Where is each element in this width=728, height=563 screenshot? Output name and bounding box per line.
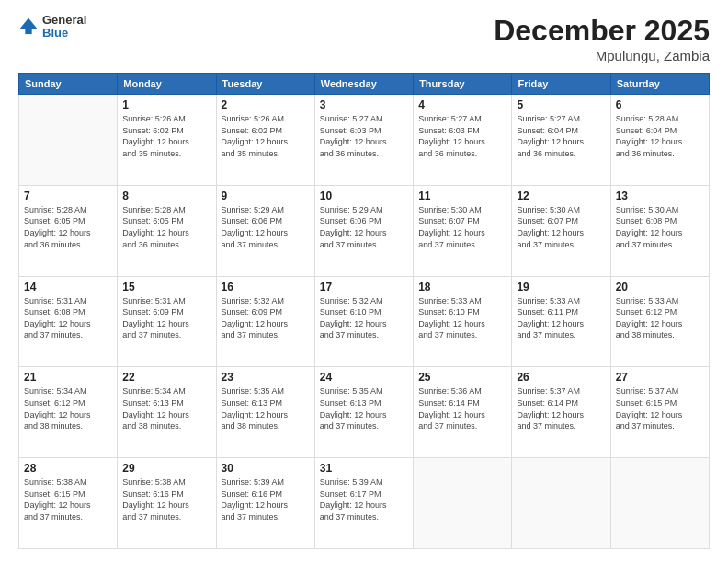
- cell-day-info: Sunrise: 5:32 AM Sunset: 6:09 PM Dayligh…: [222, 295, 310, 341]
- table-row: 27Sunrise: 5:37 AM Sunset: 6:15 PM Dayli…: [610, 367, 709, 458]
- cell-day-number: 16: [222, 281, 310, 293]
- cell-day-number: 22: [122, 371, 210, 384]
- cell-day-info: Sunrise: 5:30 AM Sunset: 6:07 PM Dayligh…: [517, 204, 605, 250]
- cell-day-number: 17: [320, 281, 408, 293]
- svg-rect-1: [25, 29, 31, 34]
- cell-day-number: 12: [517, 190, 605, 202]
- cell-day-info: Sunrise: 5:28 AM Sunset: 6:05 PM Dayligh…: [122, 204, 210, 250]
- title-block: December 2025 Mpulungu, Zambia: [494, 14, 710, 63]
- calendar-week-row: 7Sunrise: 5:28 AM Sunset: 6:05 PM Daylig…: [19, 185, 710, 276]
- logo-general-text: General: [42, 14, 86, 27]
- cell-day-info: Sunrise: 5:28 AM Sunset: 6:05 PM Dayligh…: [24, 204, 112, 250]
- cell-day-info: Sunrise: 5:36 AM Sunset: 6:14 PM Dayligh…: [418, 385, 506, 431]
- table-row: 19Sunrise: 5:33 AM Sunset: 6:11 PM Dayli…: [512, 276, 610, 367]
- table-row: 2Sunrise: 5:26 AM Sunset: 6:02 PM Daylig…: [216, 95, 314, 186]
- table-row: 5Sunrise: 5:27 AM Sunset: 6:04 PM Daylig…: [512, 95, 610, 186]
- table-row: 9Sunrise: 5:29 AM Sunset: 6:06 PM Daylig…: [216, 185, 314, 276]
- cell-day-number: 30: [222, 462, 310, 475]
- cell-day-number: 15: [122, 281, 210, 293]
- cell-day-number: 24: [320, 371, 408, 384]
- table-row: 4Sunrise: 5:27 AM Sunset: 6:03 PM Daylig…: [414, 95, 512, 186]
- table-row: 14Sunrise: 5:31 AM Sunset: 6:08 PM Dayli…: [19, 276, 118, 367]
- cell-day-number: 26: [517, 371, 605, 384]
- table-row: 8Sunrise: 5:28 AM Sunset: 6:05 PM Daylig…: [118, 185, 216, 276]
- table-row: 12Sunrise: 5:30 AM Sunset: 6:07 PM Dayli…: [512, 185, 610, 276]
- header-sunday: Sunday: [19, 74, 118, 95]
- cell-day-number: 19: [517, 281, 605, 293]
- table-row: [414, 458, 512, 549]
- logo-text: General Blue: [42, 14, 86, 40]
- table-row: 16Sunrise: 5:32 AM Sunset: 6:09 PM Dayli…: [216, 276, 314, 367]
- cell-day-number: 31: [320, 462, 408, 475]
- header-thursday: Thursday: [414, 74, 512, 95]
- cell-day-number: 11: [418, 190, 506, 202]
- table-row: 22Sunrise: 5:34 AM Sunset: 6:13 PM Dayli…: [118, 367, 216, 458]
- table-row: [610, 458, 709, 549]
- title-location: Mpulungu, Zambia: [494, 48, 710, 63]
- cell-day-info: Sunrise: 5:35 AM Sunset: 6:13 PM Dayligh…: [320, 385, 408, 431]
- logo-blue-text: Blue: [42, 27, 86, 40]
- table-row: 21Sunrise: 5:34 AM Sunset: 6:12 PM Dayli…: [19, 367, 118, 458]
- calendar-table: Sunday Monday Tuesday Wednesday Thursday…: [18, 73, 710, 549]
- cell-day-number: 14: [24, 281, 112, 293]
- cell-day-number: 18: [418, 281, 506, 293]
- cell-day-number: 28: [24, 462, 112, 475]
- cell-day-number: 21: [24, 371, 112, 384]
- header-saturday: Saturday: [610, 74, 709, 95]
- table-row: 15Sunrise: 5:31 AM Sunset: 6:09 PM Dayli…: [118, 276, 216, 367]
- table-row: [19, 95, 118, 186]
- table-row: 24Sunrise: 5:35 AM Sunset: 6:13 PM Dayli…: [314, 367, 413, 458]
- cell-day-number: 20: [616, 281, 704, 293]
- cell-day-info: Sunrise: 5:34 AM Sunset: 6:13 PM Dayligh…: [122, 385, 210, 431]
- table-row: 28Sunrise: 5:38 AM Sunset: 6:15 PM Dayli…: [19, 458, 118, 549]
- svg-marker-0: [19, 18, 37, 29]
- header-friday: Friday: [512, 74, 610, 95]
- cell-day-info: Sunrise: 5:31 AM Sunset: 6:08 PM Dayligh…: [24, 295, 112, 341]
- cell-day-info: Sunrise: 5:39 AM Sunset: 6:17 PM Dayligh…: [320, 477, 408, 523]
- cell-day-number: 23: [222, 371, 310, 384]
- cell-day-number: 2: [222, 98, 310, 111]
- table-row: 1Sunrise: 5:26 AM Sunset: 6:02 PM Daylig…: [118, 95, 216, 186]
- table-row: 11Sunrise: 5:30 AM Sunset: 6:07 PM Dayli…: [414, 185, 512, 276]
- table-row: 18Sunrise: 5:33 AM Sunset: 6:10 PM Dayli…: [414, 276, 512, 367]
- cell-day-info: Sunrise: 5:31 AM Sunset: 6:09 PM Dayligh…: [122, 295, 210, 341]
- table-row: 31Sunrise: 5:39 AM Sunset: 6:17 PM Dayli…: [314, 458, 413, 549]
- calendar-week-row: 1Sunrise: 5:26 AM Sunset: 6:02 PM Daylig…: [19, 95, 710, 186]
- logo: General Blue: [18, 14, 86, 40]
- table-row: [512, 458, 610, 549]
- cell-day-number: 8: [122, 190, 210, 202]
- cell-day-number: 6: [616, 98, 704, 111]
- table-row: 25Sunrise: 5:36 AM Sunset: 6:14 PM Dayli…: [414, 367, 512, 458]
- cell-day-info: Sunrise: 5:28 AM Sunset: 6:04 PM Dayligh…: [616, 113, 704, 159]
- table-row: 29Sunrise: 5:38 AM Sunset: 6:16 PM Dayli…: [118, 458, 216, 549]
- cell-day-info: Sunrise: 5:26 AM Sunset: 6:02 PM Dayligh…: [222, 113, 310, 159]
- page: General Blue December 2025 Mpulungu, Zam…: [0, 0, 728, 563]
- cell-day-number: 13: [616, 190, 704, 202]
- cell-day-number: 1: [122, 98, 210, 111]
- cell-day-number: 10: [320, 190, 408, 202]
- cell-day-number: 5: [517, 98, 605, 111]
- table-row: 10Sunrise: 5:29 AM Sunset: 6:06 PM Dayli…: [314, 185, 413, 276]
- table-row: 30Sunrise: 5:39 AM Sunset: 6:16 PM Dayli…: [216, 458, 314, 549]
- cell-day-number: 27: [616, 371, 704, 384]
- header-tuesday: Tuesday: [216, 74, 314, 95]
- calendar-week-row: 28Sunrise: 5:38 AM Sunset: 6:15 PM Dayli…: [19, 458, 710, 549]
- calendar-week-row: 14Sunrise: 5:31 AM Sunset: 6:08 PM Dayli…: [19, 276, 710, 367]
- cell-day-info: Sunrise: 5:26 AM Sunset: 6:02 PM Dayligh…: [122, 113, 210, 159]
- cell-day-info: Sunrise: 5:27 AM Sunset: 6:03 PM Dayligh…: [320, 113, 408, 159]
- table-row: 13Sunrise: 5:30 AM Sunset: 6:08 PM Dayli…: [610, 185, 709, 276]
- table-row: 6Sunrise: 5:28 AM Sunset: 6:04 PM Daylig…: [610, 95, 709, 186]
- table-row: 20Sunrise: 5:33 AM Sunset: 6:12 PM Dayli…: [610, 276, 709, 367]
- cell-day-info: Sunrise: 5:27 AM Sunset: 6:03 PM Dayligh…: [418, 113, 506, 159]
- cell-day-info: Sunrise: 5:37 AM Sunset: 6:15 PM Dayligh…: [616, 385, 704, 431]
- cell-day-info: Sunrise: 5:34 AM Sunset: 6:12 PM Dayligh…: [24, 385, 112, 431]
- table-row: 3Sunrise: 5:27 AM Sunset: 6:03 PM Daylig…: [314, 95, 413, 186]
- cell-day-info: Sunrise: 5:33 AM Sunset: 6:11 PM Dayligh…: [517, 295, 605, 341]
- cell-day-info: Sunrise: 5:30 AM Sunset: 6:07 PM Dayligh…: [418, 204, 506, 250]
- cell-day-info: Sunrise: 5:33 AM Sunset: 6:10 PM Dayligh…: [418, 295, 506, 341]
- calendar-week-row: 21Sunrise: 5:34 AM Sunset: 6:12 PM Dayli…: [19, 367, 710, 458]
- cell-day-info: Sunrise: 5:29 AM Sunset: 6:06 PM Dayligh…: [320, 204, 408, 250]
- cell-day-number: 29: [122, 462, 210, 475]
- cell-day-number: 9: [222, 190, 310, 202]
- logo-icon: [18, 17, 39, 37]
